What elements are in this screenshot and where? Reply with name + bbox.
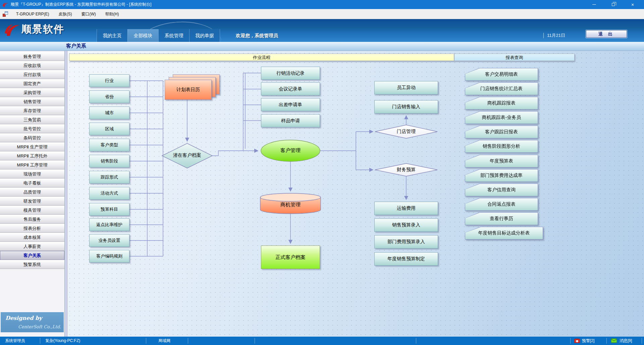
node-region[interactable]: 区域: [89, 123, 129, 135]
date-display: 11月21日: [543, 29, 565, 42]
process-flow-banner: 作业流程: [69, 54, 454, 61]
store-mgmt-diamond-shape: [375, 125, 437, 138]
potential-customer-diamond-shape: [162, 143, 212, 168]
node-annual-sales-budget[interactable]: 年度销售预算制定: [374, 252, 438, 266]
report-view-calendar[interactable]: 查看行事历: [465, 212, 538, 225]
node-plan-calendar[interactable]: 计划表日历: [165, 80, 212, 100]
report-annual-sales-target-analysis[interactable]: 年度销售目标达成分析表: [465, 227, 543, 239]
welcome-text: 欢迎您，系统管理员: [236, 29, 278, 42]
sidebar-item-fixed-assets[interactable]: 固定资产: [0, 79, 64, 88]
module-sidebar: 账务管理 应收款项 应付款项 固定资产 采购管理 销售管理 库存管理 三角贸易 …: [0, 51, 65, 337]
sidebar-item-mold[interactable]: 模具管理: [0, 206, 64, 215]
sidebar-item-alert-system[interactable]: 预警系统: [0, 260, 64, 269]
menu-bar: T-GROUP ERP(E) 皮肤(S) 窗口(W) 帮助(H) ×: [0, 9, 644, 19]
close-button[interactable]: ×: [625, 0, 640, 9]
tab-my-documents[interactable]: 我的单据: [189, 29, 220, 42]
sidebar-item-sales[interactable]: 销售管理: [0, 97, 64, 106]
exit-button[interactable]: 退 出: [586, 30, 627, 38]
sidebar-item-payables[interactable]: 应付款项: [0, 70, 64, 79]
sidebar-item-triangle-trade[interactable]: 三角贸易: [0, 115, 64, 124]
report-query-banner: 报表查询: [454, 54, 575, 61]
report-customer-tracking-daily[interactable]: 客户跟踪日报表: [465, 126, 538, 138]
restore-button[interactable]: [605, 0, 621, 9]
flow-connectors: [67, 51, 644, 337]
node-meeting-record[interactable]: 会议记录单: [261, 82, 320, 95]
report-customer-transaction-detail[interactable]: 客户交易明细表: [465, 68, 538, 81]
report-sales-stage-graph[interactable]: 销售阶段图形分析: [465, 140, 538, 153]
sidebar-item-customer-relations[interactable]: 客户关系: [0, 251, 64, 260]
node-rebate-rate[interactable]: 返点比率维护: [89, 218, 129, 231]
node-business-trip-request[interactable]: 出差申请单: [261, 98, 320, 111]
date-separator: [543, 33, 544, 38]
sidebar-item-after-sales[interactable]: 售后服务: [0, 215, 64, 224]
node-transport-cost[interactable]: 运输费用: [374, 202, 438, 215]
node-salesman-setup[interactable]: 业务员设置: [89, 234, 129, 247]
minimize-button[interactable]: [586, 0, 602, 9]
menu-tgroup-erp[interactable]: T-GROUP ERP(E): [11, 9, 54, 19]
status-message[interactable]: 消息[9]: [620, 337, 632, 345]
node-industry[interactable]: 行业: [89, 74, 129, 87]
sidebar-splitter[interactable]: [65, 51, 67, 337]
node-activity-mode[interactable]: 活动方式: [89, 187, 129, 200]
node-tracking-mode[interactable]: 跟踪形式: [89, 171, 129, 184]
sidebar-item-rnd[interactable]: 研发管理: [0, 197, 64, 206]
report-dept-budget-achievement[interactable]: 部门预算费用达成率: [465, 169, 538, 182]
node-customer-type[interactable]: 客户类型: [89, 139, 129, 151]
tab-system-admin[interactable]: 系统管理: [158, 29, 189, 42]
menu-window[interactable]: 窗口(W): [76, 9, 100, 19]
node-staff-change[interactable]: 员工异动: [374, 81, 438, 94]
sidebar-item-hr-payroll[interactable]: 人事薪资: [0, 242, 64, 251]
tab-my-home[interactable]: 我的主页: [97, 29, 127, 42]
close-icon: ×: [631, 2, 634, 7]
node-province[interactable]: 省份: [89, 90, 129, 103]
sidebar-item-inventory[interactable]: 库存管理: [0, 106, 64, 115]
report-store-sales-summary[interactable]: 门店销售统计汇总表: [465, 82, 538, 95]
node-budget-subject[interactable]: 预算科目: [89, 203, 129, 216]
report-opportunity-tracking[interactable]: 商机跟踪报表: [465, 97, 538, 110]
sidebar-item-mrp2-process[interactable]: MRPⅡ 工序管理: [0, 160, 64, 169]
status-user: 系统管理员: [5, 337, 25, 345]
sidebar-item-barcode-control[interactable]: 条码管控: [0, 133, 64, 142]
node-dept-expense-budget-entry[interactable]: 部门费用预算录入: [374, 235, 438, 249]
message-icon: [611, 338, 617, 343]
brand-logo-text: 顺景软件: [21, 22, 64, 36]
node-sales-stage[interactable]: 销售阶段: [89, 155, 129, 167]
sidebar-item-shopfloor[interactable]: 现场管理: [0, 169, 64, 179]
node-store-sales-input[interactable]: 门店销售输入: [374, 100, 438, 114]
report-customer-credit-query[interactable]: 客户信用查询: [465, 184, 538, 196]
node-sample-request[interactable]: 样品申请: [261, 114, 320, 127]
menu-help[interactable]: 帮助(H): [101, 9, 124, 19]
tab-all-modules[interactable]: 全部模块: [127, 29, 158, 42]
sidebar-item-mrp2-outsourcing[interactable]: MRPⅡ 工序托外: [0, 151, 64, 160]
opportunity-cylinder-top: [260, 193, 321, 201]
module-subheader: 客户关系: [0, 42, 644, 51]
main-tabs: 我的主页 全部模块 系统管理 我的单据: [97, 29, 220, 42]
node-customer-code-rule[interactable]: 客户编码规则: [89, 250, 129, 263]
sidebar-item-purchasing[interactable]: 采购管理: [0, 88, 64, 97]
brand-logo-icon: [4, 22, 20, 38]
node-city[interactable]: 城市: [89, 107, 129, 119]
status-alert[interactable]: 预警[2]: [582, 337, 594, 345]
sidebar-item-accounting[interactable]: 账务管理: [0, 52, 64, 61]
sidebar-item-e-kanban[interactable]: 电子看板: [0, 179, 64, 188]
node-sales-budget-entry[interactable]: 销售预算录入: [374, 218, 438, 232]
sidebar-item-quality[interactable]: 品质管理: [0, 188, 64, 197]
window-title: 顺景『T-GROUP』制造业ERP系统 - 东莞顺景软件科技有限公司 - [系统…: [11, 2, 151, 7]
module-title: 客户关系: [66, 43, 86, 49]
sidebar-item-report-analysis[interactable]: 报表分析: [0, 224, 64, 233]
sidebar-item-batch-control[interactable]: 批号管控: [0, 124, 64, 133]
report-contract-rebate[interactable]: 合同返点报表: [465, 198, 538, 211]
sidebar-item-receivables[interactable]: 应收款项: [0, 61, 64, 70]
status-bar: 系统管理员 复杂(Young-PC:FZ) 局域网 预警[2] 消息[9]: [0, 337, 644, 345]
node-marketing-activity-record[interactable]: 行销活动记录: [261, 67, 320, 80]
app-logo-icon: [2, 2, 9, 8]
menu-skin[interactable]: 皮肤(S): [54, 9, 76, 19]
node-formal-customer-archive[interactable]: 正式客户档案: [261, 246, 320, 269]
flowchart-canvas: 作业流程 报表查询 行业 省份 城市 区域 客户类型 销售阶段 跟踪形式 活动方…: [67, 51, 644, 337]
minimize-icon: [592, 4, 596, 5]
sidebar-item-costing[interactable]: 成本核算: [0, 233, 64, 242]
report-opportunity-tracking-salesman[interactable]: 商机跟踪表-业务员: [465, 111, 538, 124]
mdi-child-icon: [3, 11, 8, 17]
sidebar-item-mrp2-production[interactable]: MRPⅡ 生产管理: [0, 142, 64, 151]
report-annual-budget[interactable]: 年度预算表: [465, 155, 538, 167]
